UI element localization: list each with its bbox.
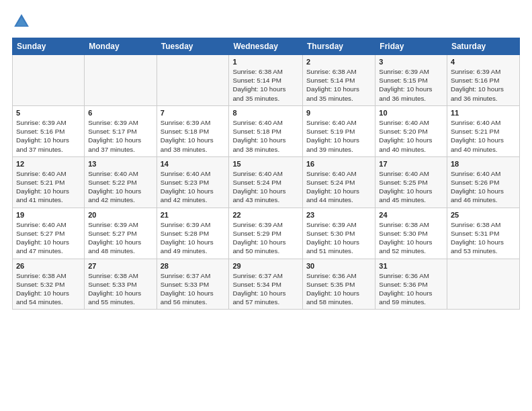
day-cell: 12Sunrise: 6:40 AMSunset: 5:21 PMDayligh… — [13, 156, 85, 208]
header-cell-saturday: Saturday — [447, 38, 519, 55]
day-info: Sunrise: 6:38 AMSunset: 5:30 PMDaylight:… — [379, 220, 443, 256]
day-info: Sunrise: 6:36 AMSunset: 5:36 PMDaylight:… — [379, 271, 443, 307]
day-number: 3 — [379, 58, 443, 66]
day-cell: 1Sunrise: 6:38 AMSunset: 5:14 PMDaylight… — [229, 55, 303, 106]
day-info: Sunrise: 6:38 AMSunset: 5:31 PMDaylight:… — [451, 220, 516, 256]
header — [12, 12, 520, 31]
day-cell: 11Sunrise: 6:40 AMSunset: 5:21 PMDayligh… — [447, 105, 519, 156]
day-cell — [447, 259, 519, 310]
week-row-4: 19Sunrise: 6:40 AMSunset: 5:27 PMDayligh… — [13, 208, 520, 259]
day-cell: 18Sunrise: 6:40 AMSunset: 5:26 PMDayligh… — [447, 156, 519, 208]
day-cell: 2Sunrise: 6:38 AMSunset: 5:14 PMDaylight… — [303, 55, 375, 106]
day-number: 19 — [16, 211, 81, 219]
day-number: 18 — [451, 160, 516, 168]
day-info: Sunrise: 6:39 AMSunset: 5:16 PMDaylight:… — [451, 67, 516, 103]
day-number: 12 — [16, 160, 81, 168]
day-cell: 6Sunrise: 6:39 AMSunset: 5:17 PMDaylight… — [85, 105, 157, 156]
day-number: 20 — [88, 211, 152, 219]
day-number: 23 — [306, 211, 371, 219]
day-info: Sunrise: 6:39 AMSunset: 5:18 PMDaylight:… — [161, 118, 226, 154]
day-cell: 25Sunrise: 6:38 AMSunset: 5:31 PMDayligh… — [447, 208, 519, 259]
day-info: Sunrise: 6:40 AMSunset: 5:21 PMDaylight:… — [451, 118, 516, 154]
day-info: Sunrise: 6:39 AMSunset: 5:15 PMDaylight:… — [379, 67, 443, 103]
week-row-5: 26Sunrise: 6:38 AMSunset: 5:32 PMDayligh… — [13, 259, 520, 310]
day-cell: 19Sunrise: 6:40 AMSunset: 5:27 PMDayligh… — [13, 208, 85, 259]
day-cell: 8Sunrise: 6:40 AMSunset: 5:18 PMDaylight… — [229, 105, 303, 156]
day-cell — [157, 55, 229, 106]
day-cell: 21Sunrise: 6:39 AMSunset: 5:28 PMDayligh… — [157, 208, 229, 259]
header-row: SundayMondayTuesdayWednesdayThursdayFrid… — [13, 38, 520, 55]
day-info: Sunrise: 6:40 AMSunset: 5:20 PMDaylight:… — [379, 118, 443, 154]
day-number: 8 — [232, 109, 299, 117]
day-number: 25 — [451, 211, 516, 219]
day-number: 7 — [161, 109, 226, 117]
day-info: Sunrise: 6:39 AMSunset: 5:28 PMDaylight:… — [161, 220, 226, 256]
day-cell: 5Sunrise: 6:39 AMSunset: 5:16 PMDaylight… — [13, 105, 85, 156]
day-cell: 13Sunrise: 6:40 AMSunset: 5:22 PMDayligh… — [85, 156, 157, 208]
day-cell: 31Sunrise: 6:36 AMSunset: 5:36 PMDayligh… — [375, 259, 447, 310]
header-cell-monday: Monday — [85, 38, 157, 55]
calendar-header: SundayMondayTuesdayWednesdayThursdayFrid… — [13, 38, 520, 55]
day-info: Sunrise: 6:40 AMSunset: 5:18 PMDaylight:… — [232, 118, 299, 154]
day-cell — [13, 55, 85, 106]
day-cell: 3Sunrise: 6:39 AMSunset: 5:15 PMDaylight… — [375, 55, 447, 106]
day-cell: 16Sunrise: 6:40 AMSunset: 5:24 PMDayligh… — [303, 156, 375, 208]
day-number: 13 — [88, 160, 152, 168]
day-number: 31 — [379, 262, 443, 270]
calendar-table: SundayMondayTuesdayWednesdayThursdayFrid… — [12, 38, 520, 310]
day-cell: 29Sunrise: 6:37 AMSunset: 5:34 PMDayligh… — [229, 259, 303, 310]
day-info: Sunrise: 6:39 AMSunset: 5:30 PMDaylight:… — [306, 220, 371, 256]
week-row-1: 1Sunrise: 6:38 AMSunset: 5:14 PMDaylight… — [13, 55, 520, 106]
header-cell-friday: Friday — [375, 38, 447, 55]
day-number: 10 — [379, 109, 443, 117]
day-info: Sunrise: 6:40 AMSunset: 5:27 PMDaylight:… — [16, 220, 81, 256]
day-cell: 28Sunrise: 6:37 AMSunset: 5:33 PMDayligh… — [157, 259, 229, 310]
day-info: Sunrise: 6:40 AMSunset: 5:25 PMDaylight:… — [379, 169, 443, 205]
day-info: Sunrise: 6:37 AMSunset: 5:33 PMDaylight:… — [161, 271, 226, 307]
day-cell: 24Sunrise: 6:38 AMSunset: 5:30 PMDayligh… — [375, 208, 447, 259]
day-cell: 23Sunrise: 6:39 AMSunset: 5:30 PMDayligh… — [303, 208, 375, 259]
day-cell: 20Sunrise: 6:39 AMSunset: 5:27 PMDayligh… — [85, 208, 157, 259]
day-number: 27 — [88, 262, 152, 270]
day-cell: 27Sunrise: 6:38 AMSunset: 5:33 PMDayligh… — [85, 259, 157, 310]
week-row-3: 12Sunrise: 6:40 AMSunset: 5:21 PMDayligh… — [13, 156, 520, 208]
day-number: 16 — [306, 160, 371, 168]
day-info: Sunrise: 6:38 AMSunset: 5:14 PMDaylight:… — [306, 67, 371, 103]
page: SundayMondayTuesdayWednesdayThursdayFrid… — [0, 0, 532, 411]
logo — [12, 12, 34, 31]
day-info: Sunrise: 6:39 AMSunset: 5:27 PMDaylight:… — [88, 220, 152, 256]
day-number: 30 — [306, 262, 371, 270]
header-cell-sunday: Sunday — [13, 38, 85, 55]
day-number: 22 — [232, 211, 299, 219]
day-info: Sunrise: 6:40 AMSunset: 5:26 PMDaylight:… — [451, 169, 516, 205]
day-number: 11 — [451, 109, 516, 117]
day-cell: 4Sunrise: 6:39 AMSunset: 5:16 PMDaylight… — [447, 55, 519, 106]
day-cell: 14Sunrise: 6:40 AMSunset: 5:23 PMDayligh… — [157, 156, 229, 208]
day-cell: 22Sunrise: 6:39 AMSunset: 5:29 PMDayligh… — [229, 208, 303, 259]
day-number: 5 — [16, 109, 81, 117]
day-info: Sunrise: 6:40 AMSunset: 5:19 PMDaylight:… — [306, 118, 371, 154]
day-info: Sunrise: 6:40 AMSunset: 5:23 PMDaylight:… — [161, 169, 226, 205]
day-number: 29 — [232, 262, 299, 270]
day-cell — [85, 55, 157, 106]
day-info: Sunrise: 6:36 AMSunset: 5:35 PMDaylight:… — [306, 271, 371, 307]
week-row-2: 5Sunrise: 6:39 AMSunset: 5:16 PMDaylight… — [13, 105, 520, 156]
day-number: 17 — [379, 160, 443, 168]
day-number: 21 — [161, 211, 226, 219]
header-cell-thursday: Thursday — [303, 38, 375, 55]
day-info: Sunrise: 6:39 AMSunset: 5:29 PMDaylight:… — [232, 220, 299, 256]
day-info: Sunrise: 6:38 AMSunset: 5:32 PMDaylight:… — [16, 271, 81, 307]
day-number: 1 — [232, 58, 299, 66]
day-cell: 17Sunrise: 6:40 AMSunset: 5:25 PMDayligh… — [375, 156, 447, 208]
day-number: 14 — [161, 160, 226, 168]
day-info: Sunrise: 6:38 AMSunset: 5:14 PMDaylight:… — [232, 67, 299, 103]
day-info: Sunrise: 6:40 AMSunset: 5:24 PMDaylight:… — [232, 169, 299, 205]
day-info: Sunrise: 6:39 AMSunset: 5:16 PMDaylight:… — [16, 118, 81, 154]
day-cell: 9Sunrise: 6:40 AMSunset: 5:19 PMDaylight… — [303, 105, 375, 156]
day-number: 6 — [88, 109, 152, 117]
day-cell: 15Sunrise: 6:40 AMSunset: 5:24 PMDayligh… — [229, 156, 303, 208]
day-info: Sunrise: 6:40 AMSunset: 5:24 PMDaylight:… — [306, 169, 371, 205]
day-cell: 7Sunrise: 6:39 AMSunset: 5:18 PMDaylight… — [157, 105, 229, 156]
day-number: 26 — [16, 262, 81, 270]
day-number: 9 — [306, 109, 371, 117]
